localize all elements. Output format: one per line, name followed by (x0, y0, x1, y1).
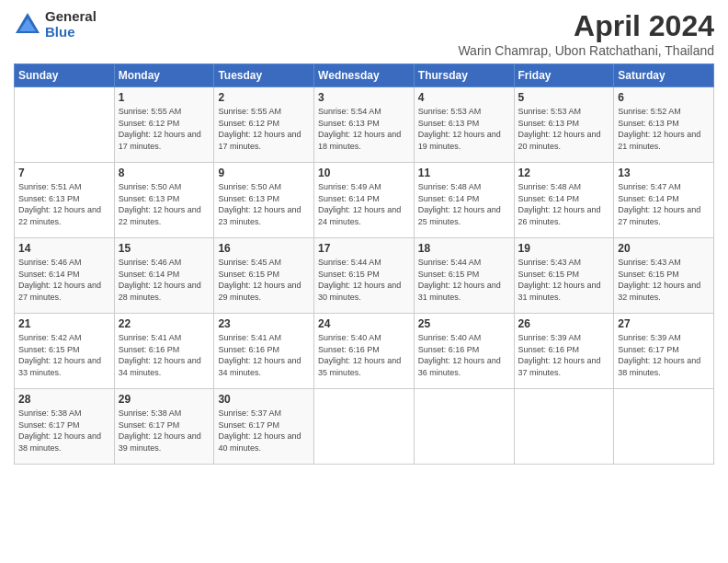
daylight: Daylight: 12 hours and 38 minutes. (618, 356, 700, 377)
day-info: Sunrise: 5:39 AM Sunset: 6:16 PM Dayligh… (518, 332, 610, 378)
day-info: Sunrise: 5:50 AM Sunset: 6:13 PM Dayligh… (119, 181, 210, 227)
daylight: Daylight: 12 hours and 17 minutes. (218, 130, 301, 151)
daylight: Daylight: 12 hours and 40 minutes. (218, 431, 301, 453)
day-cell: 28 Sunrise: 5:38 AM Sunset: 6:17 PM Dayl… (15, 389, 115, 465)
sunset: Sunset: 6:15 PM (618, 270, 679, 279)
day-number: 25 (418, 317, 510, 330)
sunrise: Sunrise: 5:41 AM (119, 333, 182, 342)
sunset: Sunset: 6:14 PM (119, 270, 180, 279)
sunrise: Sunrise: 5:55 AM (218, 107, 281, 116)
logo-text: General Blue (45, 9, 97, 40)
day-number: 24 (318, 317, 410, 330)
day-number: 4 (418, 91, 510, 104)
sunset: Sunset: 6:17 PM (18, 420, 80, 430)
daylight: Daylight: 12 hours and 37 minutes. (518, 356, 601, 377)
day-number: 28 (18, 393, 110, 406)
day-info: Sunrise: 5:38 AM Sunset: 6:17 PM Dayligh… (119, 408, 210, 454)
day-info: Sunrise: 5:43 AM Sunset: 6:15 PM Dayligh… (618, 257, 710, 303)
sunset: Sunset: 6:14 PM (318, 194, 380, 203)
sunset: Sunset: 6:17 PM (618, 345, 679, 354)
day-number: 12 (518, 167, 610, 179)
daylight: Daylight: 12 hours and 30 minutes. (318, 281, 401, 302)
logo-blue-text: Blue (45, 25, 97, 40)
sunset: Sunset: 6:16 PM (518, 345, 580, 354)
sunrise: Sunrise: 5:46 AM (18, 258, 82, 267)
day-cell: 7 Sunrise: 5:51 AM Sunset: 6:13 PM Dayli… (15, 163, 115, 238)
day-cell: 10 Sunrise: 5:49 AM Sunset: 6:14 PM Dayl… (314, 163, 415, 238)
day-number: 27 (618, 317, 710, 330)
logo: General Blue (14, 9, 97, 40)
daylight: Daylight: 12 hours and 26 minutes. (518, 205, 601, 226)
sunset: Sunset: 6:13 PM (318, 119, 380, 128)
daylight: Daylight: 12 hours and 31 minutes. (418, 281, 501, 302)
day-cell (314, 389, 415, 465)
day-cell: 3 Sunrise: 5:54 AM Sunset: 6:13 PM Dayli… (314, 87, 415, 163)
daylight: Daylight: 12 hours and 32 minutes. (618, 281, 700, 302)
sunrise: Sunrise: 5:39 AM (518, 333, 582, 342)
day-info: Sunrise: 5:41 AM Sunset: 6:16 PM Dayligh… (218, 332, 310, 378)
day-info: Sunrise: 5:53 AM Sunset: 6:13 PM Dayligh… (518, 106, 610, 152)
week-row-1: 7 Sunrise: 5:51 AM Sunset: 6:13 PM Dayli… (15, 163, 714, 238)
daylight: Daylight: 12 hours and 25 minutes. (418, 205, 501, 226)
day-info: Sunrise: 5:51 AM Sunset: 6:13 PM Dayligh… (18, 181, 110, 227)
daylight: Daylight: 12 hours and 17 minutes. (119, 130, 201, 151)
day-number: 10 (318, 167, 410, 179)
daylight: Daylight: 12 hours and 34 minutes. (119, 356, 201, 377)
main-title: April 2024 (458, 9, 714, 43)
sunset: Sunset: 6:15 PM (218, 270, 279, 279)
sunrise: Sunrise: 5:42 AM (18, 333, 82, 342)
daylight: Daylight: 12 hours and 29 minutes. (218, 281, 301, 302)
day-number: 11 (418, 167, 510, 179)
day-number: 8 (119, 167, 210, 179)
sunset: Sunset: 6:16 PM (119, 345, 180, 354)
daylight: Daylight: 12 hours and 28 minutes. (119, 281, 201, 302)
header-row: Sunday Monday Tuesday Wednesday Thursday… (15, 64, 714, 87)
day-number: 21 (18, 317, 110, 330)
day-cell (414, 389, 514, 465)
day-number: 5 (518, 91, 610, 104)
sunrise: Sunrise: 5:38 AM (119, 408, 182, 418)
day-number: 23 (218, 317, 310, 330)
col-monday: Monday (114, 64, 214, 87)
sunset: Sunset: 6:15 PM (518, 270, 580, 279)
daylight: Daylight: 12 hours and 27 minutes. (18, 281, 101, 302)
daylight: Daylight: 12 hours and 23 minutes. (218, 205, 301, 226)
day-cell: 5 Sunrise: 5:53 AM Sunset: 6:13 PM Dayli… (514, 87, 614, 163)
sunrise: Sunrise: 5:50 AM (119, 182, 182, 191)
day-info: Sunrise: 5:54 AM Sunset: 6:13 PM Dayligh… (318, 106, 410, 152)
page: General Blue April 2024 Warin Chamrap, U… (0, 0, 728, 563)
week-row-0: 1 Sunrise: 5:55 AM Sunset: 6:12 PM Dayli… (15, 87, 714, 163)
sunset: Sunset: 6:13 PM (518, 119, 580, 128)
sunrise: Sunrise: 5:43 AM (518, 258, 582, 267)
sunrise: Sunrise: 5:48 AM (418, 182, 482, 191)
day-number: 15 (119, 242, 210, 255)
sunrise: Sunrise: 5:47 AM (618, 182, 681, 191)
day-cell: 12 Sunrise: 5:48 AM Sunset: 6:14 PM Dayl… (514, 163, 614, 238)
day-info: Sunrise: 5:55 AM Sunset: 6:12 PM Dayligh… (119, 106, 210, 152)
daylight: Daylight: 12 hours and 22 minutes. (119, 205, 201, 226)
col-saturday: Saturday (614, 64, 714, 87)
day-info: Sunrise: 5:46 AM Sunset: 6:14 PM Dayligh… (119, 257, 210, 303)
day-cell: 29 Sunrise: 5:38 AM Sunset: 6:17 PM Dayl… (114, 389, 214, 465)
day-info: Sunrise: 5:55 AM Sunset: 6:12 PM Dayligh… (218, 106, 310, 152)
sunrise: Sunrise: 5:53 AM (518, 107, 582, 116)
sunrise: Sunrise: 5:55 AM (119, 107, 182, 116)
day-number: 30 (218, 393, 310, 406)
sunset: Sunset: 6:16 PM (318, 345, 380, 354)
day-cell: 9 Sunrise: 5:50 AM Sunset: 6:13 PM Dayli… (214, 163, 314, 238)
sunset: Sunset: 6:17 PM (218, 420, 279, 430)
daylight: Daylight: 12 hours and 20 minutes. (518, 130, 601, 151)
daylight: Daylight: 12 hours and 34 minutes. (218, 356, 301, 377)
day-cell: 30 Sunrise: 5:37 AM Sunset: 6:17 PM Dayl… (214, 389, 314, 465)
sunset: Sunset: 6:12 PM (119, 119, 180, 128)
day-cell: 2 Sunrise: 5:55 AM Sunset: 6:12 PM Dayli… (214, 87, 314, 163)
sunrise: Sunrise: 5:41 AM (218, 333, 281, 342)
day-info: Sunrise: 5:44 AM Sunset: 6:15 PM Dayligh… (318, 257, 410, 303)
day-cell (514, 389, 614, 465)
day-number: 7 (18, 167, 110, 179)
sunset: Sunset: 6:16 PM (218, 345, 279, 354)
col-wednesday: Wednesday (314, 64, 415, 87)
sunset: Sunset: 6:14 PM (518, 194, 580, 203)
day-cell (15, 87, 115, 163)
day-info: Sunrise: 5:53 AM Sunset: 6:13 PM Dayligh… (418, 106, 510, 152)
